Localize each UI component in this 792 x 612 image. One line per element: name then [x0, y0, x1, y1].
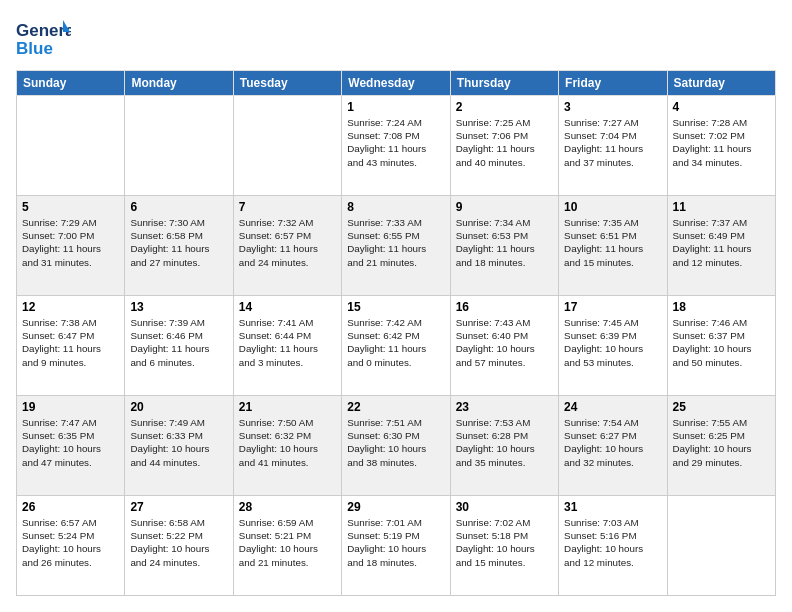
calendar-cell	[667, 496, 775, 596]
calendar-header-row: SundayMondayTuesdayWednesdayThursdayFrid…	[17, 71, 776, 96]
svg-text:Blue: Blue	[16, 39, 53, 58]
day-number: 14	[239, 300, 336, 314]
day-number: 9	[456, 200, 553, 214]
calendar-day-header: Thursday	[450, 71, 558, 96]
day-number: 2	[456, 100, 553, 114]
calendar-cell: 21Sunrise: 7:50 AMSunset: 6:32 PMDayligh…	[233, 396, 341, 496]
day-number: 7	[239, 200, 336, 214]
calendar-cell: 8Sunrise: 7:33 AMSunset: 6:55 PMDaylight…	[342, 196, 450, 296]
svg-text:General: General	[16, 21, 71, 40]
day-info: Sunrise: 7:47 AMSunset: 6:35 PMDaylight:…	[22, 416, 119, 469]
day-number: 17	[564, 300, 661, 314]
day-info: Sunrise: 6:59 AMSunset: 5:21 PMDaylight:…	[239, 516, 336, 569]
day-info: Sunrise: 7:45 AMSunset: 6:39 PMDaylight:…	[564, 316, 661, 369]
day-number: 11	[673, 200, 770, 214]
calendar-cell: 11Sunrise: 7:37 AMSunset: 6:49 PMDayligh…	[667, 196, 775, 296]
day-info: Sunrise: 7:38 AMSunset: 6:47 PMDaylight:…	[22, 316, 119, 369]
calendar-day-header: Wednesday	[342, 71, 450, 96]
day-number: 8	[347, 200, 444, 214]
day-number: 15	[347, 300, 444, 314]
day-number: 28	[239, 500, 336, 514]
calendar-cell	[233, 96, 341, 196]
day-info: Sunrise: 7:33 AMSunset: 6:55 PMDaylight:…	[347, 216, 444, 269]
calendar-week-row: 12Sunrise: 7:38 AMSunset: 6:47 PMDayligh…	[17, 296, 776, 396]
day-number: 13	[130, 300, 227, 314]
calendar-cell: 19Sunrise: 7:47 AMSunset: 6:35 PMDayligh…	[17, 396, 125, 496]
day-info: Sunrise: 7:02 AMSunset: 5:18 PMDaylight:…	[456, 516, 553, 569]
logo: GeneralBlue	[16, 16, 71, 60]
day-number: 4	[673, 100, 770, 114]
day-info: Sunrise: 7:49 AMSunset: 6:33 PMDaylight:…	[130, 416, 227, 469]
day-number: 26	[22, 500, 119, 514]
calendar-cell: 30Sunrise: 7:02 AMSunset: 5:18 PMDayligh…	[450, 496, 558, 596]
calendar-cell: 28Sunrise: 6:59 AMSunset: 5:21 PMDayligh…	[233, 496, 341, 596]
day-number: 18	[673, 300, 770, 314]
calendar-cell: 2Sunrise: 7:25 AMSunset: 7:06 PMDaylight…	[450, 96, 558, 196]
day-number: 6	[130, 200, 227, 214]
day-info: Sunrise: 7:37 AMSunset: 6:49 PMDaylight:…	[673, 216, 770, 269]
calendar-day-header: Monday	[125, 71, 233, 96]
calendar-cell: 3Sunrise: 7:27 AMSunset: 7:04 PMDaylight…	[559, 96, 667, 196]
calendar-week-row: 26Sunrise: 6:57 AMSunset: 5:24 PMDayligh…	[17, 496, 776, 596]
day-info: Sunrise: 7:41 AMSunset: 6:44 PMDaylight:…	[239, 316, 336, 369]
day-info: Sunrise: 7:53 AMSunset: 6:28 PMDaylight:…	[456, 416, 553, 469]
calendar-cell: 9Sunrise: 7:34 AMSunset: 6:53 PMDaylight…	[450, 196, 558, 296]
day-info: Sunrise: 7:55 AMSunset: 6:25 PMDaylight:…	[673, 416, 770, 469]
day-number: 5	[22, 200, 119, 214]
day-info: Sunrise: 7:32 AMSunset: 6:57 PMDaylight:…	[239, 216, 336, 269]
calendar-day-header: Sunday	[17, 71, 125, 96]
day-info: Sunrise: 7:03 AMSunset: 5:16 PMDaylight:…	[564, 516, 661, 569]
calendar-cell: 12Sunrise: 7:38 AMSunset: 6:47 PMDayligh…	[17, 296, 125, 396]
day-info: Sunrise: 7:42 AMSunset: 6:42 PMDaylight:…	[347, 316, 444, 369]
page: GeneralBlue SundayMondayTuesdayWednesday…	[0, 0, 792, 612]
calendar-cell: 10Sunrise: 7:35 AMSunset: 6:51 PMDayligh…	[559, 196, 667, 296]
calendar-cell: 22Sunrise: 7:51 AMSunset: 6:30 PMDayligh…	[342, 396, 450, 496]
day-number: 30	[456, 500, 553, 514]
calendar-cell: 13Sunrise: 7:39 AMSunset: 6:46 PMDayligh…	[125, 296, 233, 396]
header: GeneralBlue	[16, 16, 776, 60]
day-info: Sunrise: 7:34 AMSunset: 6:53 PMDaylight:…	[456, 216, 553, 269]
day-info: Sunrise: 7:25 AMSunset: 7:06 PMDaylight:…	[456, 116, 553, 169]
calendar-cell	[125, 96, 233, 196]
day-info: Sunrise: 7:35 AMSunset: 6:51 PMDaylight:…	[564, 216, 661, 269]
calendar-cell: 7Sunrise: 7:32 AMSunset: 6:57 PMDaylight…	[233, 196, 341, 296]
calendar-table: SundayMondayTuesdayWednesdayThursdayFrid…	[16, 70, 776, 596]
day-number: 22	[347, 400, 444, 414]
calendar-day-header: Friday	[559, 71, 667, 96]
calendar-cell: 17Sunrise: 7:45 AMSunset: 6:39 PMDayligh…	[559, 296, 667, 396]
day-info: Sunrise: 7:39 AMSunset: 6:46 PMDaylight:…	[130, 316, 227, 369]
day-info: Sunrise: 6:57 AMSunset: 5:24 PMDaylight:…	[22, 516, 119, 569]
day-info: Sunrise: 7:30 AMSunset: 6:58 PMDaylight:…	[130, 216, 227, 269]
day-number: 19	[22, 400, 119, 414]
calendar-cell	[17, 96, 125, 196]
calendar-cell: 6Sunrise: 7:30 AMSunset: 6:58 PMDaylight…	[125, 196, 233, 296]
day-info: Sunrise: 7:27 AMSunset: 7:04 PMDaylight:…	[564, 116, 661, 169]
day-info: Sunrise: 7:24 AMSunset: 7:08 PMDaylight:…	[347, 116, 444, 169]
day-number: 27	[130, 500, 227, 514]
calendar-cell: 24Sunrise: 7:54 AMSunset: 6:27 PMDayligh…	[559, 396, 667, 496]
calendar-cell: 23Sunrise: 7:53 AMSunset: 6:28 PMDayligh…	[450, 396, 558, 496]
day-number: 10	[564, 200, 661, 214]
calendar-cell: 18Sunrise: 7:46 AMSunset: 6:37 PMDayligh…	[667, 296, 775, 396]
calendar-week-row: 1Sunrise: 7:24 AMSunset: 7:08 PMDaylight…	[17, 96, 776, 196]
day-number: 20	[130, 400, 227, 414]
calendar-cell: 15Sunrise: 7:42 AMSunset: 6:42 PMDayligh…	[342, 296, 450, 396]
calendar-cell: 4Sunrise: 7:28 AMSunset: 7:02 PMDaylight…	[667, 96, 775, 196]
day-info: Sunrise: 7:54 AMSunset: 6:27 PMDaylight:…	[564, 416, 661, 469]
calendar-cell: 29Sunrise: 7:01 AMSunset: 5:19 PMDayligh…	[342, 496, 450, 596]
day-info: Sunrise: 6:58 AMSunset: 5:22 PMDaylight:…	[130, 516, 227, 569]
day-number: 21	[239, 400, 336, 414]
calendar-cell: 31Sunrise: 7:03 AMSunset: 5:16 PMDayligh…	[559, 496, 667, 596]
day-number: 24	[564, 400, 661, 414]
calendar-cell: 1Sunrise: 7:24 AMSunset: 7:08 PMDaylight…	[342, 96, 450, 196]
calendar-cell: 5Sunrise: 7:29 AMSunset: 7:00 PMDaylight…	[17, 196, 125, 296]
calendar-cell: 20Sunrise: 7:49 AMSunset: 6:33 PMDayligh…	[125, 396, 233, 496]
day-number: 31	[564, 500, 661, 514]
calendar-cell: 16Sunrise: 7:43 AMSunset: 6:40 PMDayligh…	[450, 296, 558, 396]
day-number: 23	[456, 400, 553, 414]
calendar-cell: 25Sunrise: 7:55 AMSunset: 6:25 PMDayligh…	[667, 396, 775, 496]
day-number: 25	[673, 400, 770, 414]
calendar-day-header: Saturday	[667, 71, 775, 96]
day-info: Sunrise: 7:28 AMSunset: 7:02 PMDaylight:…	[673, 116, 770, 169]
calendar-week-row: 5Sunrise: 7:29 AMSunset: 7:00 PMDaylight…	[17, 196, 776, 296]
